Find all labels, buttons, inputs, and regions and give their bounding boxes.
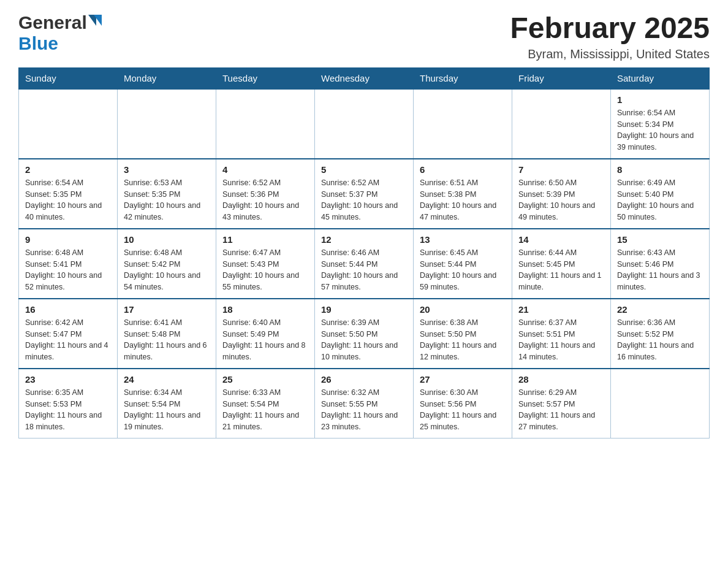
calendar-week-3: 9Sunrise: 6:48 AM Sunset: 5:41 PM Daylig…	[19, 229, 710, 299]
day-header-monday: Monday	[118, 67, 216, 89]
calendar-cell: 15Sunrise: 6:43 AM Sunset: 5:46 PM Dayli…	[611, 229, 710, 299]
day-info: Sunrise: 6:45 AM Sunset: 5:44 PM Dayligh…	[420, 247, 506, 293]
day-info: Sunrise: 6:35 AM Sunset: 5:53 PM Dayligh…	[25, 387, 111, 433]
day-number: 22	[617, 304, 703, 315]
calendar-cell: 22Sunrise: 6:36 AM Sunset: 5:52 PM Dayli…	[611, 299, 710, 369]
calendar-cell: 12Sunrise: 6:46 AM Sunset: 5:44 PM Dayli…	[315, 229, 414, 299]
day-info: Sunrise: 6:50 AM Sunset: 5:39 PM Dayligh…	[518, 177, 604, 223]
day-header-tuesday: Tuesday	[216, 67, 315, 89]
day-number: 11	[222, 234, 308, 245]
day-info: Sunrise: 6:34 AM Sunset: 5:54 PM Dayligh…	[124, 387, 210, 433]
day-info: Sunrise: 6:37 AM Sunset: 5:51 PM Dayligh…	[518, 317, 604, 363]
calendar-week-2: 2Sunrise: 6:54 AM Sunset: 5:35 PM Daylig…	[19, 159, 710, 229]
day-number: 5	[321, 164, 407, 175]
day-info: Sunrise: 6:39 AM Sunset: 5:50 PM Dayligh…	[321, 317, 407, 363]
calendar-cell: 18Sunrise: 6:40 AM Sunset: 5:49 PM Dayli…	[216, 299, 315, 369]
day-info: Sunrise: 6:48 AM Sunset: 5:41 PM Dayligh…	[25, 247, 111, 293]
calendar-cell: 17Sunrise: 6:41 AM Sunset: 5:48 PM Dayli…	[118, 299, 216, 369]
day-info: Sunrise: 6:48 AM Sunset: 5:42 PM Dayligh…	[124, 247, 210, 293]
day-info: Sunrise: 6:42 AM Sunset: 5:47 PM Dayligh…	[25, 317, 111, 363]
calendar-cell	[118, 89, 216, 159]
day-info: Sunrise: 6:47 AM Sunset: 5:43 PM Dayligh…	[222, 247, 308, 293]
calendar-table: SundayMondayTuesdayWednesdayThursdayFrid…	[18, 67, 710, 439]
calendar-cell	[611, 369, 710, 439]
calendar-cell: 25Sunrise: 6:33 AM Sunset: 5:54 PM Dayli…	[216, 369, 315, 439]
day-number: 21	[518, 304, 604, 315]
title-block: February 2025 Byram, Mississippi, United…	[510, 12, 710, 61]
calendar-cell: 23Sunrise: 6:35 AM Sunset: 5:53 PM Dayli…	[19, 369, 118, 439]
day-info: Sunrise: 6:32 AM Sunset: 5:55 PM Dayligh…	[321, 387, 407, 433]
logo-general-text: General	[18, 12, 87, 33]
day-number: 18	[222, 304, 308, 315]
day-number: 14	[518, 234, 604, 245]
calendar-cell	[216, 89, 315, 159]
calendar-cell: 27Sunrise: 6:30 AM Sunset: 5:56 PM Dayli…	[414, 369, 512, 439]
day-number: 4	[222, 164, 308, 175]
calendar-cell: 10Sunrise: 6:48 AM Sunset: 5:42 PM Dayli…	[118, 229, 216, 299]
calendar-week-4: 16Sunrise: 6:42 AM Sunset: 5:47 PM Dayli…	[19, 299, 710, 369]
day-number: 9	[25, 234, 111, 245]
calendar-cell: 5Sunrise: 6:52 AM Sunset: 5:37 PM Daylig…	[315, 159, 414, 229]
day-number: 17	[124, 304, 210, 315]
calendar-week-5: 23Sunrise: 6:35 AM Sunset: 5:53 PM Dayli…	[19, 369, 710, 439]
calendar-cell: 28Sunrise: 6:29 AM Sunset: 5:57 PM Dayli…	[512, 369, 611, 439]
day-info: Sunrise: 6:51 AM Sunset: 5:38 PM Dayligh…	[420, 177, 506, 223]
day-header-sunday: Sunday	[19, 67, 118, 89]
calendar-cell: 11Sunrise: 6:47 AM Sunset: 5:43 PM Dayli…	[216, 229, 315, 299]
calendar-cell: 8Sunrise: 6:49 AM Sunset: 5:40 PM Daylig…	[611, 159, 710, 229]
calendar-cell: 24Sunrise: 6:34 AM Sunset: 5:54 PM Dayli…	[118, 369, 216, 439]
day-header-friday: Friday	[512, 67, 611, 89]
calendar-cell: 4Sunrise: 6:52 AM Sunset: 5:36 PM Daylig…	[216, 159, 315, 229]
day-info: Sunrise: 6:54 AM Sunset: 5:35 PM Dayligh…	[25, 177, 111, 223]
day-info: Sunrise: 6:33 AM Sunset: 5:54 PM Dayligh…	[222, 387, 308, 433]
calendar-cell	[414, 89, 512, 159]
day-info: Sunrise: 6:40 AM Sunset: 5:49 PM Dayligh…	[222, 317, 308, 363]
day-number: 2	[25, 164, 111, 175]
day-number: 10	[124, 234, 210, 245]
calendar-cell: 13Sunrise: 6:45 AM Sunset: 5:44 PM Dayli…	[414, 229, 512, 299]
day-number: 16	[25, 304, 111, 315]
day-number: 26	[321, 374, 407, 385]
day-number: 24	[124, 374, 210, 385]
day-number: 7	[518, 164, 604, 175]
calendar-cell: 19Sunrise: 6:39 AM Sunset: 5:50 PM Dayli…	[315, 299, 414, 369]
day-info: Sunrise: 6:30 AM Sunset: 5:56 PM Dayligh…	[420, 387, 506, 433]
day-header-wednesday: Wednesday	[315, 67, 414, 89]
calendar-cell: 3Sunrise: 6:53 AM Sunset: 5:35 PM Daylig…	[118, 159, 216, 229]
day-info: Sunrise: 6:52 AM Sunset: 5:36 PM Dayligh…	[222, 177, 308, 223]
day-info: Sunrise: 6:29 AM Sunset: 5:57 PM Dayligh…	[518, 387, 604, 433]
calendar-header-row: SundayMondayTuesdayWednesdayThursdayFrid…	[19, 67, 710, 89]
logo-triangle-light	[94, 15, 102, 26]
day-number: 6	[420, 164, 506, 175]
day-header-saturday: Saturday	[611, 67, 710, 89]
calendar-cell: 7Sunrise: 6:50 AM Sunset: 5:39 PM Daylig…	[512, 159, 611, 229]
month-title: February 2025	[510, 12, 710, 45]
calendar-cell: 9Sunrise: 6:48 AM Sunset: 5:41 PM Daylig…	[19, 229, 118, 299]
logo-blue-text: Blue	[18, 33, 58, 53]
calendar-cell: 26Sunrise: 6:32 AM Sunset: 5:55 PM Dayli…	[315, 369, 414, 439]
day-number: 3	[124, 164, 210, 175]
calendar-cell: 14Sunrise: 6:44 AM Sunset: 5:45 PM Dayli…	[512, 229, 611, 299]
day-info: Sunrise: 6:46 AM Sunset: 5:44 PM Dayligh…	[321, 247, 407, 293]
calendar-cell	[19, 89, 118, 159]
page-header: General Blue February 2025 Byram, Missis…	[18, 12, 710, 61]
calendar-cell: 20Sunrise: 6:38 AM Sunset: 5:50 PM Dayli…	[414, 299, 512, 369]
calendar-cell: 1Sunrise: 6:54 AM Sunset: 5:34 PM Daylig…	[611, 89, 710, 159]
day-number: 20	[420, 304, 506, 315]
day-info: Sunrise: 6:36 AM Sunset: 5:52 PM Dayligh…	[617, 317, 703, 363]
day-number: 19	[321, 304, 407, 315]
day-number: 12	[321, 234, 407, 245]
day-number: 23	[25, 374, 111, 385]
day-info: Sunrise: 6:53 AM Sunset: 5:35 PM Dayligh…	[124, 177, 210, 223]
day-number: 27	[420, 374, 506, 385]
day-info: Sunrise: 6:52 AM Sunset: 5:37 PM Dayligh…	[321, 177, 407, 223]
calendar-cell: 6Sunrise: 6:51 AM Sunset: 5:38 PM Daylig…	[414, 159, 512, 229]
location-text: Byram, Mississippi, United States	[510, 47, 710, 61]
day-info: Sunrise: 6:43 AM Sunset: 5:46 PM Dayligh…	[617, 247, 703, 293]
calendar-cell	[315, 89, 414, 159]
day-info: Sunrise: 6:41 AM Sunset: 5:48 PM Dayligh…	[124, 317, 210, 363]
calendar-cell: 16Sunrise: 6:42 AM Sunset: 5:47 PM Dayli…	[19, 299, 118, 369]
calendar-cell	[512, 89, 611, 159]
day-info: Sunrise: 6:49 AM Sunset: 5:40 PM Dayligh…	[617, 177, 703, 223]
day-number: 15	[617, 234, 703, 245]
